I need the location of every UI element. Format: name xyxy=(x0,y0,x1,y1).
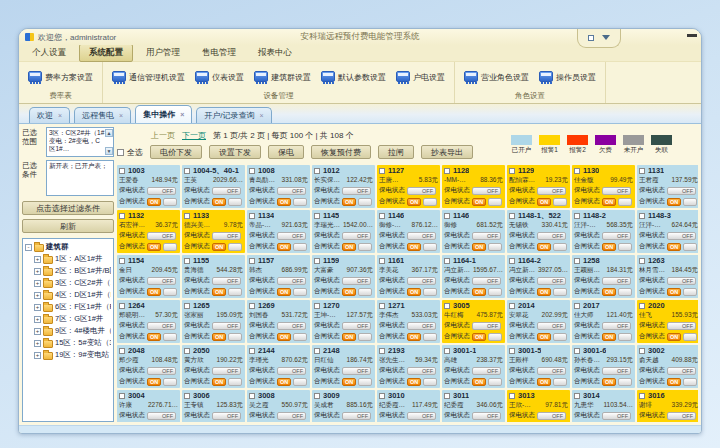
filter-select-button[interactable]: 点击选择过滤条件 xyxy=(22,201,114,215)
switch-off-toggle[interactable] xyxy=(358,198,372,206)
protect-off-toggle[interactable]: OFF xyxy=(602,322,631,330)
protect-off-toggle[interactable]: OFF xyxy=(667,412,696,420)
meter-card[interactable]: 1133德兴美…9.78元保电状态OFF合闸状态ON xyxy=(182,210,245,253)
switch-on-toggle[interactable]: ON xyxy=(407,243,421,251)
meter-checkbox[interactable] xyxy=(574,348,580,354)
switch-on-toggle[interactable]: ON xyxy=(537,198,551,206)
protect-off-toggle[interactable]: OFF xyxy=(602,277,631,285)
switch-off-toggle[interactable] xyxy=(618,378,632,386)
meter-card[interactable]: 3009吴成君885.16元保电状态OFF合闸状态ON xyxy=(312,390,375,422)
meter-checkbox[interactable] xyxy=(574,168,580,174)
meter-card[interactable]: 1164-1冯立新…1595.67…保电状态OFF合闸状态ON xyxy=(442,255,505,298)
switch-off-toggle[interactable] xyxy=(228,378,242,386)
meter-checkbox[interactable] xyxy=(184,258,190,264)
switch-on-toggle[interactable]: ON xyxy=(667,243,681,251)
close-icon[interactable]: × xyxy=(58,112,62,119)
switch-off-toggle[interactable] xyxy=(228,198,242,206)
meter-checkbox[interactable] xyxy=(444,348,450,354)
switch-off-toggle[interactable] xyxy=(618,198,632,206)
meter-checkbox[interactable] xyxy=(249,303,255,309)
switch-on-toggle[interactable]: ON xyxy=(537,288,551,296)
meter-checkbox[interactable] xyxy=(639,213,645,219)
meter-card[interactable]: 1264郑晓明…57.30元保电状态OFF合闸状态ON xyxy=(117,300,180,343)
protect-off-toggle[interactable]: OFF xyxy=(537,322,566,330)
meter-card[interactable]: 1155贵海德544.28元保电状态OFF合闸状态ON xyxy=(182,255,245,298)
tab-2[interactable]: 远程售电× xyxy=(74,107,131,123)
select-all[interactable]: 全选 xyxy=(117,147,143,158)
meter-checkbox[interactable] xyxy=(509,348,515,354)
switch-off-toggle[interactable] xyxy=(553,378,567,386)
meter-card[interactable]: 3011纪委霞346.06元保电状态OFF合闸状态ON xyxy=(442,390,505,422)
protect-off-toggle[interactable]: OFF xyxy=(342,412,371,420)
protect-off-toggle[interactable]: OFF xyxy=(342,367,371,375)
switch-on-toggle[interactable]: ON xyxy=(472,288,486,296)
meter-card[interactable]: 2020佳飞155.93元保电状态OFF合闸状态ON xyxy=(637,300,698,343)
protect-off-toggle[interactable]: OFF xyxy=(537,412,566,420)
switch-on-toggle[interactable]: ON xyxy=(407,288,421,296)
meter-checkbox[interactable] xyxy=(314,168,320,174)
switch-off-toggle[interactable] xyxy=(683,288,697,296)
switch-off-toggle[interactable] xyxy=(683,378,697,386)
expand-icon[interactable]: + xyxy=(34,268,41,275)
meter-checkbox[interactable] xyxy=(249,213,255,219)
meter-checkbox[interactable] xyxy=(444,258,450,264)
switch-on-toggle[interactable]: ON xyxy=(212,378,226,386)
protect-off-toggle[interactable]: OFF xyxy=(407,277,436,285)
ribbon-button[interactable]: 费率方案设置 xyxy=(23,69,98,86)
switch-on-toggle[interactable]: ON xyxy=(277,198,291,206)
switch-on-toggle[interactable]: ON xyxy=(472,198,486,206)
ribbon-button[interactable]: 仪表设置 xyxy=(190,69,249,86)
switch-off-toggle[interactable] xyxy=(423,378,437,386)
toolbar-button-1[interactable]: 电价下发 xyxy=(150,145,202,159)
meter-card[interactable]: 1157韩杰686.99元保电状态OFF合闸状态ON xyxy=(247,255,310,298)
meter-checkbox[interactable] xyxy=(314,348,320,354)
protect-off-toggle[interactable]: OFF xyxy=(342,322,371,330)
meter-card[interactable]: 1271李伟杰533.03元保电状态OFF合闸状态ON xyxy=(377,300,440,343)
protect-off-toggle[interactable]: OFF xyxy=(147,277,176,285)
meter-checkbox[interactable] xyxy=(639,348,645,354)
meter-checkbox[interactable] xyxy=(639,258,645,264)
meter-card[interactable]: 1146御修681.52元保电状态OFF合闸状态ON xyxy=(442,210,505,253)
switch-on-toggle[interactable]: ON xyxy=(147,378,161,386)
meter-checkbox[interactable] xyxy=(119,393,125,399)
meter-card[interactable]: 3001-5王殿样690.48元保电状态OFF合闸状态ON xyxy=(507,345,570,388)
switch-off-toggle[interactable] xyxy=(553,333,567,341)
switch-off-toggle[interactable] xyxy=(488,333,502,341)
protect-off-toggle[interactable]: OFF xyxy=(212,277,241,285)
switch-off-toggle[interactable] xyxy=(228,288,242,296)
protect-off-toggle[interactable]: OFF xyxy=(472,277,501,285)
expand-icon[interactable]: + xyxy=(34,292,41,299)
protect-off-toggle[interactable]: OFF xyxy=(537,367,566,375)
protect-off-toggle[interactable]: OFF xyxy=(342,232,371,240)
meter-card[interactable]: 1130佳金馥99.49元保电状态OFF合闸状态ON xyxy=(572,165,635,208)
switch-off-toggle[interactable] xyxy=(228,243,242,251)
meter-checkbox[interactable] xyxy=(184,348,190,354)
protect-off-toggle[interactable]: OFF xyxy=(277,367,306,375)
switch-off-toggle[interactable] xyxy=(488,288,502,296)
meter-checkbox[interactable] xyxy=(509,393,515,399)
meter-card[interactable]: 1008青岛励…331.08元保电状态OFF合闸状态ON xyxy=(247,165,310,208)
switch-on-toggle[interactable]: ON xyxy=(667,378,681,386)
protect-off-toggle[interactable]: OFF xyxy=(667,187,696,195)
meter-card[interactable]: 1148-3汪洋-…624.64元保电状态OFF合闸状态ON xyxy=(637,210,698,253)
meter-checkbox[interactable] xyxy=(119,348,125,354)
tree-item[interactable]: +3区：C区2#井（1#变 xyxy=(25,277,111,289)
expand-icon[interactable]: + xyxy=(34,328,41,335)
meter-card[interactable]: 1154金日209.45元保电状态OFF合闸状态ON xyxy=(117,255,180,298)
toolbar-button-3[interactable]: 保电 xyxy=(268,145,304,159)
switch-off-toggle[interactable] xyxy=(293,243,307,251)
protect-off-toggle[interactable]: OFF xyxy=(342,187,371,195)
meter-card[interactable]: 1159大富豪907.36元保电状态OFF合闸状态ON xyxy=(312,255,375,298)
switch-off-toggle[interactable] xyxy=(553,198,567,206)
expand-icon[interactable]: + xyxy=(34,256,41,263)
meter-checkbox[interactable] xyxy=(314,213,320,219)
meter-card[interactable]: 2144李瑾光870.62元保电状态OFF合闸状态ON xyxy=(247,345,310,388)
protect-off-toggle[interactable]: OFF xyxy=(277,187,306,195)
meter-checkbox[interactable] xyxy=(444,168,450,174)
tree-item[interactable]: +1区：A区1#井 xyxy=(25,253,111,265)
meter-checkbox[interactable] xyxy=(249,168,255,174)
meter-checkbox[interactable] xyxy=(444,303,450,309)
expand-icon[interactable]: + xyxy=(34,280,41,287)
chevron-down-icon[interactable] xyxy=(602,35,610,44)
meter-card[interactable]: 1270王坤-…127.57元保电状态OFF合闸状态ON xyxy=(312,300,375,343)
